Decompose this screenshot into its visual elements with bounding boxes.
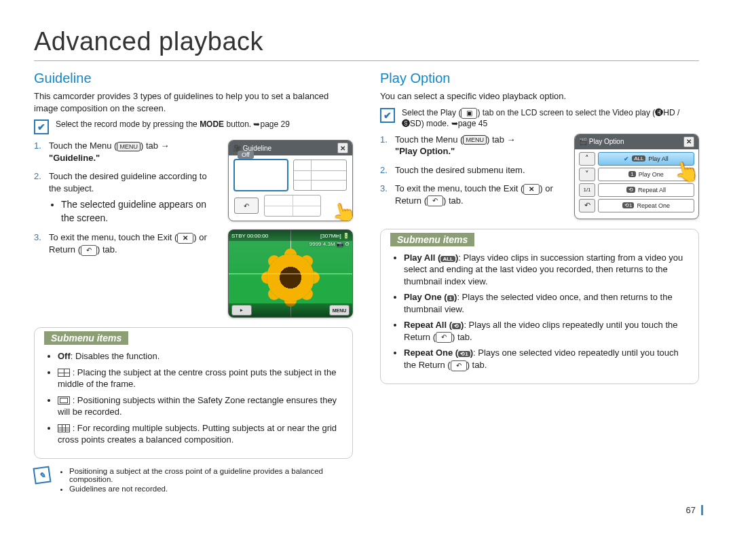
ra-desc-b: ) tab. <box>452 332 472 342</box>
thumb-off[interactable]: Off <box>234 160 288 191</box>
menu-icon: MENU <box>117 142 140 151</box>
g-step3-a: To exit the menu, touch the Exit ( <box>49 232 177 242</box>
sunflower-image <box>267 254 314 301</box>
precheck-text: Select the record mode by pressing the M… <box>56 119 290 129</box>
po-submenu-title: Submenu items <box>390 233 474 246</box>
thumb-grid[interactable] <box>293 160 347 191</box>
po-steps-and-fig: Touch the Menu (MENU) tab → "Play Option… <box>380 134 699 219</box>
nav-page-indicator: 1/1 <box>579 183 595 197</box>
menu-button-icon[interactable]: MENU <box>329 305 350 316</box>
submenu-cross: : Placing the subject at the centre cros… <box>58 367 343 390</box>
guideline-submenu-title: Submenu items <box>44 331 128 345</box>
submenu-play-one: Play One (1): Plays the selected video o… <box>404 291 689 315</box>
po-list: ˄ ✔ ALL Play All ˅ 1 Play One <box>575 149 698 219</box>
guideline-intro: This camcorder provides 3 types of guide… <box>34 90 353 114</box>
cross-icon <box>58 369 70 377</box>
guideline-notes: ✎ Positioning a subject at the cross poi… <box>34 467 353 494</box>
page-number: 67 <box>686 505 703 515</box>
repeat-one-badge-icon: ⟲1 <box>622 202 634 208</box>
po-precheck-a: Select the Play ( <box>402 108 461 117</box>
repeat-all-badge-icon: ⟲ <box>626 187 635 193</box>
po-item-label: Play All <box>648 155 669 162</box>
precheck-suffix: button. ➥page 29 <box>224 119 290 129</box>
po-fig-close-icon[interactable]: ✕ <box>683 136 694 147</box>
submenu-grid: : For recording multiple subjects. Putti… <box>58 422 343 446</box>
page: Advanced playback Guideline This camcord… <box>0 0 733 533</box>
submenu-off: Off: Disables the function. <box>58 350 343 362</box>
return-icon: ↶ <box>81 245 97 256</box>
po-item-label: Repeat One <box>637 202 670 209</box>
g-step1-a: Touch the Menu ( <box>49 141 117 151</box>
fig-close-icon[interactable]: ✕ <box>337 143 348 153</box>
columns: Guideline This camcorder provides 3 type… <box>34 71 699 494</box>
po-step1-b: ) tab → <box>487 134 516 145</box>
preview-top-right: [307Min] 🔋 <box>320 233 350 239</box>
po-step-3: To exit the menu, touch the Exit (✕) or … <box>380 183 563 206</box>
off-bold: Off <box>58 351 71 361</box>
po-step-2: Touch the desired submenu item. <box>380 164 563 176</box>
pa-bold: Play All ( <box>404 253 440 263</box>
g-step1-quote: "Guideline." <box>49 153 100 163</box>
fig-grid-row: Off <box>229 155 352 195</box>
po-step3-a: To exit the menu, touch the Exit ( <box>395 183 523 193</box>
guideline-figures: 🎥 Guideline ✕ Off ↶ <box>228 140 353 318</box>
playoption-menu-fig: 🎬 Play Option ✕ ˄ ✔ ALL Play All <box>574 134 699 219</box>
note-icon: ✎ <box>33 466 51 484</box>
menu-icon: MENU <box>463 135 487 145</box>
repeat-all-badge-icon: ⟲ <box>452 323 461 329</box>
preview-top-left: STBY 00:00:00 <box>231 233 268 239</box>
play-button-icon[interactable]: ▸ <box>231 305 252 316</box>
exit-x-icon: ✕ <box>523 184 540 195</box>
precheck-row: ✔ Select the record mode by pressing the… <box>34 119 353 134</box>
po-step1-a: Touch the Menu ( <box>395 134 463 145</box>
po-step3-c: ) tab. <box>443 195 464 206</box>
play-all-badge-icon: ALL <box>632 155 645 162</box>
guideline-step-2: Touch the desired guideline according to… <box>34 170 217 225</box>
play-all-badge-icon: ALL <box>440 256 455 262</box>
p1-bold: Play One ( <box>404 292 447 302</box>
nav-return-button[interactable]: ↶ <box>579 199 595 212</box>
off-label: Off <box>238 151 254 159</box>
guideline-heading: Guideline <box>34 71 353 86</box>
playoption-section: Play Option You can select a specific vi… <box>380 71 699 494</box>
safezone-icon <box>58 396 70 405</box>
note-1: Positioning a subject at the cross point… <box>69 467 353 483</box>
grid-desc: : For recording multiple subjects. Putti… <box>58 423 337 445</box>
po-step-1: Touch the Menu (MENU) tab → "Play Option… <box>380 134 563 157</box>
thumb-cross[interactable] <box>264 195 321 217</box>
preview-top-bar: STBY 00:00:00 [307Min] 🔋 <box>229 230 352 241</box>
guideline-section: Guideline This camcorder provides 3 type… <box>34 71 353 494</box>
guideline-step-1: Touch the Menu (MENU) tab → "Guideline." <box>34 140 217 164</box>
return-icon: ↶ <box>436 332 452 343</box>
po-fig-title: Play Option <box>589 138 624 145</box>
playoption-submenu-box: Submenu items Play All (ALL): Plays vide… <box>380 229 699 384</box>
note-2: Guidelines are not recorded. <box>69 485 353 493</box>
guideline-steps-and-fig: Touch the Menu (MENU) tab → "Guideline."… <box>34 140 353 318</box>
return-icon: ↶ <box>451 360 467 371</box>
po-item-label: Play One <box>639 171 664 178</box>
playoption-intro: You can select a specific video playback… <box>380 90 699 102</box>
guideline-submenu-box: Submenu items Off: Disables the function… <box>34 327 353 459</box>
preview-line2: 9999 4.3M 📷 ⚙ <box>309 241 350 247</box>
po-steps: Touch the Menu (MENU) tab → "Play Option… <box>380 134 563 207</box>
page-title: Advanced playback <box>34 27 699 61</box>
preview-bottom-bar: ▸ MENU <box>229 303 352 317</box>
po-precheck-text: Select the Play (▣) tab on the LCD scree… <box>402 108 699 128</box>
ra-bold: Repeat All ( <box>404 320 452 330</box>
repeat-one-badge-icon: ⟲1 <box>458 351 470 357</box>
g-step1-b: ) tab → <box>140 141 170 151</box>
po-precheck: ✔ Select the Play (▣) tab on the LCD scr… <box>380 108 699 128</box>
playoption-heading: Play Option <box>380 71 699 86</box>
precheck-check-icon: ✔ <box>34 119 49 134</box>
precheck-prefix: Select the record mode by pressing the <box>56 119 200 129</box>
po-step1-quote: "Play Option." <box>395 146 455 156</box>
po-item-repeat-one[interactable]: ⟲1 Repeat One <box>598 199 694 212</box>
fig-return-button[interactable]: ↶ <box>234 198 259 214</box>
nav-down-button[interactable]: ˅ <box>579 168 595 181</box>
guideline-steps: Touch the Menu (MENU) tab → "Guideline."… <box>34 140 217 256</box>
nav-up-button[interactable]: ˄ <box>579 152 595 166</box>
po-item-label: Repeat All <box>638 187 666 193</box>
po-precheck-icon: ✔ <box>380 108 395 123</box>
safe-desc: : Positioning subjects within the Safety… <box>58 395 337 417</box>
g-step2-bullet: The selected guideline appears on the sc… <box>61 198 217 225</box>
